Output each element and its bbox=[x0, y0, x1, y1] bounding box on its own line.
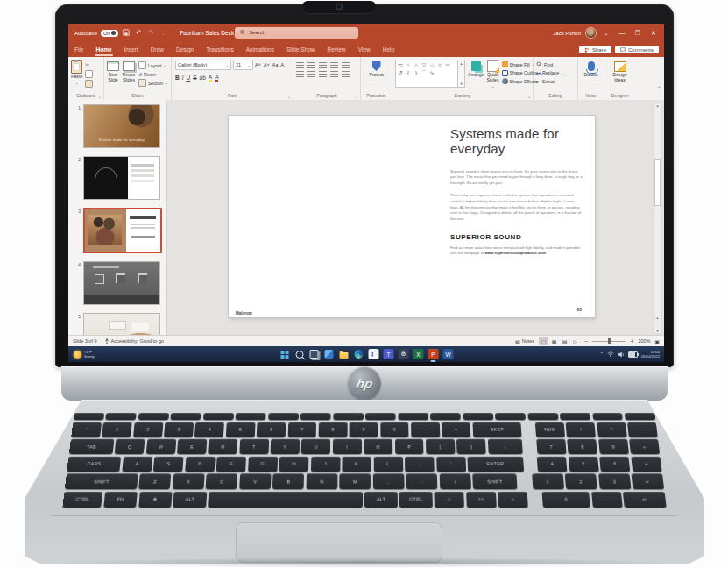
shapes-gallery[interactable]: ▭○△▽◇☆⇨↺{}⌒∿ bbox=[395, 60, 458, 88]
wifi-icon[interactable] bbox=[607, 351, 614, 357]
quick-styles-button[interactable]: Quick Styles⌄ bbox=[486, 60, 498, 89]
bold-icon[interactable]: B bbox=[175, 75, 180, 81]
slide-thumbnail-1[interactable]: System made for everyday bbox=[83, 104, 160, 148]
redo-icon[interactable]: ↷ bbox=[146, 29, 155, 37]
shape-glyph-1[interactable]: ○ bbox=[406, 61, 411, 68]
slide-thumbnail-5[interactable] bbox=[83, 313, 160, 336]
shape-glyph-9[interactable]: } bbox=[413, 69, 419, 76]
change-case-icon[interactable]: Aa bbox=[272, 62, 279, 67]
tab-help[interactable]: Help bbox=[377, 42, 400, 57]
undo-icon[interactable]: ↶ bbox=[134, 29, 143, 37]
indent-decrease-icon[interactable] bbox=[319, 62, 327, 68]
reset-button[interactable]: ↺Reset bbox=[138, 72, 168, 77]
increase-font-size-icon[interactable]: A˄ bbox=[255, 62, 261, 67]
dictate-button[interactable]: Dictate⌄ bbox=[583, 60, 597, 83]
zoom-slider[interactable] bbox=[592, 341, 626, 342]
shape-glyph-8[interactable]: { bbox=[406, 69, 411, 76]
slide-cta[interactable]: Find out more about how we've miniaturiz… bbox=[450, 245, 583, 257]
cut-icon[interactable]: ✂ bbox=[85, 61, 93, 67]
zoom-out-icon[interactable]: − bbox=[584, 338, 588, 344]
line-spacing-icon[interactable] bbox=[342, 62, 350, 68]
search-input[interactable]: Search bbox=[235, 27, 358, 39]
font-size-select[interactable]: 21⌄ bbox=[233, 60, 253, 70]
new-slide-button[interactable]: New Slide bbox=[107, 60, 119, 83]
minimize-button[interactable]: — bbox=[617, 30, 627, 36]
fit-slide-icon[interactable]: ▣ bbox=[654, 338, 660, 344]
zoom-level[interactable]: 100% bbox=[638, 338, 650, 344]
avatar[interactable] bbox=[586, 28, 596, 38]
collapse-ribbon-icon[interactable]: ⌃ bbox=[657, 85, 661, 91]
store-icon[interactable] bbox=[369, 349, 379, 359]
shape-glyph-6[interactable]: ⇨ bbox=[445, 61, 450, 68]
shape-glyph-0[interactable]: ▭ bbox=[398, 61, 403, 68]
layout-button[interactable]: Layout⌄ bbox=[138, 61, 168, 69]
share-button[interactable]: Share bbox=[579, 46, 611, 53]
indent-increase-icon[interactable] bbox=[330, 62, 338, 68]
comments-button[interactable]: Comments bbox=[615, 46, 659, 53]
tab-insert[interactable]: Insert bbox=[118, 42, 145, 57]
file-explorer-icon[interactable] bbox=[339, 349, 350, 359]
tab-view[interactable]: View bbox=[352, 42, 377, 57]
teams-icon[interactable]: T bbox=[384, 349, 394, 359]
autosave-toggle[interactable]: On bbox=[101, 30, 118, 37]
reading-view-icon[interactable]: ▤ bbox=[560, 337, 569, 345]
tab-home[interactable]: Home bbox=[89, 42, 117, 57]
italic-icon[interactable]: I bbox=[182, 75, 184, 81]
edge-icon[interactable] bbox=[354, 349, 364, 359]
font-dialog-launcher-icon[interactable]: ⌄ bbox=[287, 94, 291, 99]
search-icon[interactable] bbox=[294, 349, 305, 359]
font-name-select[interactable]: Calibri (Body)⌄ bbox=[175, 60, 231, 70]
align-center-icon[interactable] bbox=[307, 71, 315, 77]
powerpoint-icon[interactable]: P bbox=[428, 349, 439, 359]
slide-cta-link[interactable]: www.superiorsoundproducts.com bbox=[484, 251, 546, 255]
shapes-scrollbar[interactable]: ▲▼ bbox=[458, 60, 465, 88]
select-button[interactable]: ▻Select⌄ bbox=[536, 78, 564, 84]
decrease-font-size-icon[interactable]: A˅ bbox=[264, 62, 270, 67]
slide-thumbnail-4[interactable] bbox=[83, 261, 160, 305]
accessibility-status[interactable]: Accessibility: Good to go bbox=[104, 338, 164, 344]
save-icon[interactable] bbox=[122, 29, 131, 38]
format-painter-icon[interactable] bbox=[85, 80, 93, 88]
scrollbar-thumb[interactable] bbox=[654, 159, 661, 206]
word-icon[interactable]: W bbox=[443, 349, 454, 359]
clear-formatting-icon[interactable]: A bbox=[281, 62, 285, 67]
copy-icon[interactable] bbox=[85, 70, 93, 78]
slide-title[interactable]: Systems made for everyday bbox=[450, 126, 583, 157]
find-button[interactable]: Find bbox=[536, 61, 564, 67]
ribbon-display-options-icon[interactable]: ⌄ bbox=[601, 30, 611, 36]
restore-button[interactable]: ❐ bbox=[633, 30, 643, 37]
arrange-button[interactable]: Arrange⌄ bbox=[468, 60, 484, 83]
crowd-photo[interactable] bbox=[233, 120, 444, 305]
battery-icon[interactable] bbox=[628, 351, 638, 358]
reuse-slides-button[interactable]: Reuse Slides bbox=[122, 60, 136, 83]
slide-body-2[interactable]: That's why our engineers have crafted a … bbox=[450, 193, 583, 222]
shape-glyph-3[interactable]: ▽ bbox=[421, 61, 427, 68]
zoom-slider-knob[interactable] bbox=[608, 338, 611, 344]
shape-glyph-10[interactable]: ⌒ bbox=[421, 69, 427, 76]
font-color-icon[interactable]: A bbox=[215, 74, 218, 82]
vertical-scrollbar[interactable]: ▲ bbox=[653, 103, 662, 316]
slideshow-icon[interactable]: ▷ bbox=[570, 337, 580, 345]
columns-icon[interactable] bbox=[342, 71, 350, 77]
zoom-in-icon[interactable]: + bbox=[630, 338, 633, 344]
tab-animations[interactable]: Animations bbox=[240, 42, 280, 57]
shape-glyph-4[interactable]: ◇ bbox=[429, 61, 435, 68]
slide-body-1[interactable]: Superior sound is more than a nice-to-ha… bbox=[450, 169, 583, 187]
align-left-icon[interactable] bbox=[296, 71, 304, 77]
weather-widget[interactable]: 71°FSunny bbox=[68, 350, 95, 359]
previous-slide-icon[interactable]: ▲ bbox=[656, 316, 659, 320]
tab-design[interactable]: Design bbox=[170, 42, 200, 57]
widgets-icon[interactable] bbox=[324, 349, 335, 359]
align-right-icon[interactable] bbox=[319, 71, 327, 77]
shape-glyph-7[interactable]: ↺ bbox=[398, 69, 403, 76]
tab-draw[interactable]: Draw bbox=[145, 42, 170, 57]
text-highlight-color-icon[interactable]: A bbox=[209, 74, 212, 82]
task-view-icon[interactable] bbox=[309, 349, 320, 359]
bullets-icon[interactable] bbox=[296, 62, 304, 68]
scroll-up-icon[interactable]: ▲ bbox=[656, 103, 660, 108]
slide-sorter-icon[interactable]: ▦ bbox=[549, 337, 559, 345]
user-name[interactable]: Jack Purton bbox=[553, 31, 581, 36]
underline-icon[interactable]: U bbox=[187, 75, 191, 81]
clipboard-dialog-launcher-icon[interactable]: ⌄ bbox=[98, 94, 102, 99]
protect-button[interactable]: Protect ⌄ bbox=[369, 60, 383, 83]
